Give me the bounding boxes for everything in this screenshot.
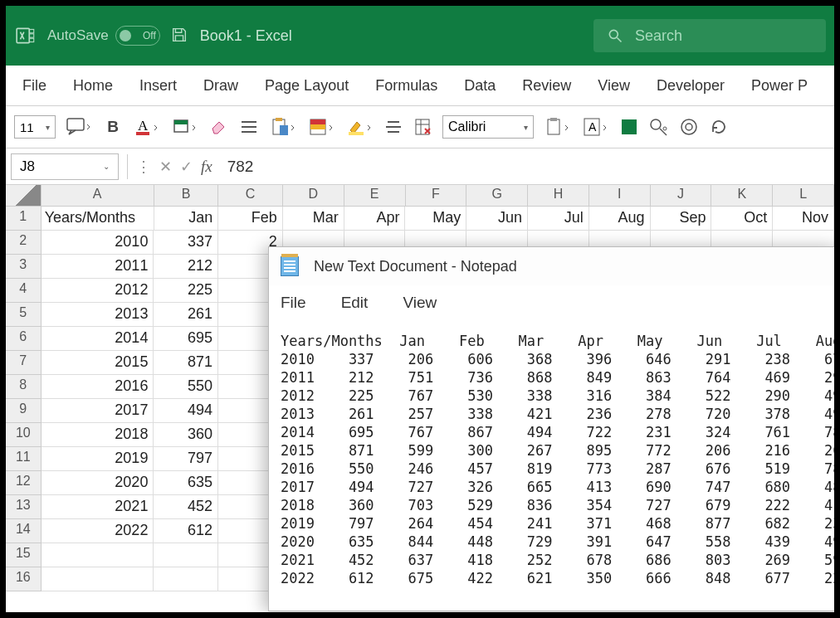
cell[interactable]: 2019 (42, 447, 154, 471)
cell[interactable]: Aug (589, 207, 651, 231)
tab-page-layout[interactable]: Page Layout (265, 77, 349, 95)
cell[interactable]: 452 (154, 495, 218, 519)
row-header[interactable]: 8 (6, 375, 42, 399)
cell[interactable]: 2010 (42, 231, 154, 255)
cell[interactable]: 337 (154, 231, 218, 255)
cell[interactable]: Oct (711, 207, 773, 231)
row-header[interactable]: 12 (6, 471, 42, 495)
cell[interactable]: 635 (154, 471, 218, 495)
clear-format-icon[interactable] (208, 116, 230, 138)
col-header[interactable]: F (406, 185, 467, 207)
font-a-dd[interactable]: A (580, 116, 610, 138)
cell[interactable]: 2012 (42, 279, 154, 303)
col-header[interactable]: J (651, 185, 712, 207)
cell[interactable]: Jun (466, 207, 528, 231)
row-header[interactable]: 1 (6, 207, 42, 231)
tab-review[interactable]: Review (522, 77, 571, 95)
cell[interactable]: 695 (154, 327, 218, 351)
tab-draw[interactable]: Draw (203, 77, 238, 95)
tab-power[interactable]: Power P (751, 77, 808, 95)
cell[interactable] (154, 543, 218, 567)
cell[interactable]: Feb (218, 207, 283, 231)
accept-formula-icon[interactable]: ✓ (180, 158, 193, 176)
cell[interactable]: 225 (154, 279, 218, 303)
cell[interactable]: Jan (154, 207, 219, 231)
row-header[interactable]: 5 (6, 303, 42, 327)
notepad-menu-edit[interactable]: Edit (341, 294, 369, 312)
col-header[interactable]: B (154, 185, 219, 207)
fill-color-button[interactable] (170, 116, 200, 138)
notepad-menu-file[interactable]: File (281, 294, 306, 312)
col-header[interactable]: H (528, 185, 589, 207)
cell[interactable]: Nov (773, 207, 834, 231)
tab-developer[interactable]: Developer (657, 77, 725, 95)
cell[interactable]: 2018 (42, 423, 154, 447)
col-header[interactable]: A (42, 185, 154, 207)
cell[interactable] (42, 567, 154, 591)
autosave-toggle[interactable]: AutoSave Off (47, 26, 160, 46)
col-header[interactable]: C (218, 185, 283, 207)
row-header[interactable]: 6 (6, 327, 42, 351)
cell[interactable] (154, 567, 218, 591)
bold-button[interactable]: B (102, 116, 124, 138)
cell[interactable]: 871 (154, 351, 218, 375)
tab-view[interactable]: View (598, 77, 630, 95)
cell[interactable]: 612 (154, 519, 218, 543)
cell[interactable]: 2022 (42, 519, 154, 543)
cell[interactable]: 212 (154, 255, 218, 279)
search-box[interactable]: Search (593, 19, 826, 52)
autosave-switch[interactable]: Off (115, 26, 160, 46)
row-header[interactable]: 2 (6, 231, 42, 255)
cond-format-button[interactable] (306, 116, 336, 138)
cell[interactable]: 360 (154, 423, 218, 447)
cell[interactable]: Years/Months (42, 207, 154, 231)
select-all-corner[interactable] (6, 185, 42, 207)
row-header[interactable]: 7 (6, 351, 42, 375)
name-box[interactable]: J8⌄ (11, 153, 119, 180)
cell[interactable]: 2011 (42, 255, 154, 279)
color-swatch[interactable] (618, 116, 640, 138)
comment-icon[interactable] (64, 116, 94, 138)
row-header[interactable]: 4 (6, 279, 42, 303)
notepad-window[interactable]: New Text Document - Notepad File Edit Vi… (268, 246, 834, 611)
col-header[interactable]: G (466, 185, 528, 207)
row-header[interactable]: 9 (6, 399, 42, 423)
cell[interactable]: 2015 (42, 351, 154, 375)
tab-data[interactable]: Data (464, 77, 496, 95)
align-button[interactable] (238, 116, 260, 138)
col-header[interactable]: E (344, 185, 406, 207)
paste-button[interactable] (268, 116, 298, 138)
col-header[interactable]: I (589, 185, 651, 207)
delete-sheet-icon[interactable] (413, 116, 434, 138)
target-icon[interactable] (678, 116, 700, 138)
tab-insert[interactable]: Insert (139, 77, 177, 95)
cell[interactable]: 2020 (42, 471, 154, 495)
clipboard-dd-icon[interactable] (542, 116, 572, 138)
tab-file[interactable]: File (22, 77, 46, 95)
cell[interactable]: 2021 (42, 495, 154, 519)
col-header[interactable]: L (773, 185, 834, 207)
col-header[interactable]: D (283, 185, 344, 207)
cell[interactable]: Sep (651, 207, 712, 231)
align-center-button[interactable] (383, 116, 404, 138)
tab-home[interactable]: Home (73, 77, 113, 95)
row-header[interactable]: 14 (6, 519, 42, 543)
tab-formulas[interactable]: Formulas (375, 77, 437, 95)
row-header[interactable]: 3 (6, 255, 42, 279)
row-header[interactable]: 11 (6, 447, 42, 471)
cell[interactable]: 550 (154, 375, 218, 399)
refresh-icon[interactable] (708, 116, 730, 138)
row-header[interactable]: 13 (6, 495, 42, 519)
cell[interactable]: 2013 (42, 303, 154, 327)
cell[interactable]: 2014 (42, 327, 154, 351)
row-header[interactable]: 10 (6, 423, 42, 447)
notepad-menu-view[interactable]: View (403, 294, 437, 312)
cell[interactable]: 2016 (42, 375, 154, 399)
cell[interactable] (42, 543, 154, 567)
cell[interactable]: 261 (154, 303, 218, 327)
cell[interactable]: 797 (154, 447, 218, 471)
row-header[interactable]: 16 (6, 567, 42, 591)
notepad-text-area[interactable]: Years/Months Jan Feb Mar Apr May Jun Jul… (269, 320, 834, 599)
cell[interactable]: May (405, 207, 466, 231)
formula-input[interactable]: 782 (227, 158, 254, 176)
